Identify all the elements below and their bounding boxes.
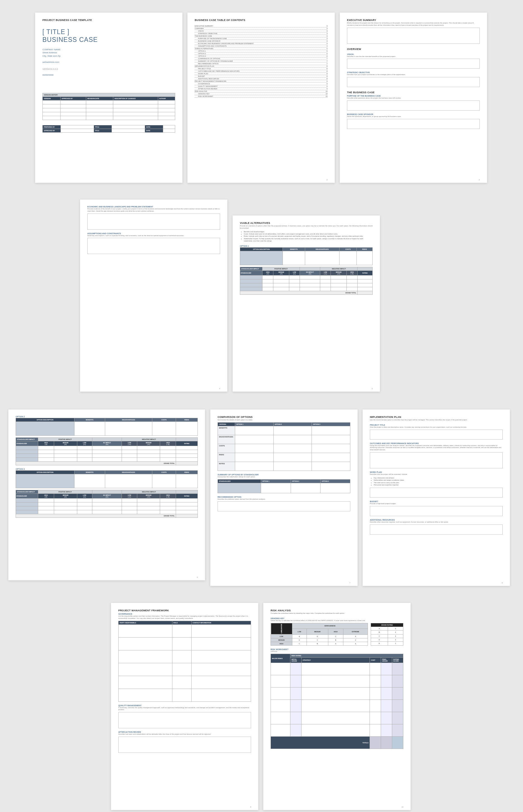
toc-header: BUSINESS CASE TABLE OF CONTENTS bbox=[195, 19, 327, 21]
table-row: PARTY RESPONSIBLEROLECONTACT INFORMATION bbox=[119, 621, 251, 624]
table-row: TOTALS bbox=[271, 737, 403, 749]
grading-desc: Utilize the key to calculate the combine… bbox=[271, 620, 403, 622]
landscape-desc: Provide evidence of the benefit of your … bbox=[87, 208, 220, 212]
list-item: Costs: Include total costs for all deliv… bbox=[244, 233, 373, 235]
budget-sub: BUDGET bbox=[370, 500, 503, 502]
exec-summary-header: EXECUTIVE SUMMARY bbox=[347, 19, 480, 21]
rating-table: GRADE RATING A5 B4 C3 D2 E1 bbox=[371, 623, 403, 646]
grading-key-table: LIKELIHOODSERIOUSNESS LOWMEDIUMHIGHEXTRE… bbox=[271, 623, 368, 646]
table-row bbox=[43, 116, 175, 120]
input-box[interactable] bbox=[218, 501, 350, 511]
pmf-header: PROJECT MANAGEMENT FRAMEWORK bbox=[118, 609, 251, 612]
table-row: MAJOR RISKSRISK RATING bbox=[271, 654, 403, 658]
input-box[interactable] bbox=[347, 28, 480, 44]
table-row: INITIAL GRADESTRATEGYCOSTFINAL GRADERATI… bbox=[271, 658, 403, 663]
worksheet-sub: RISK WORKSHEET bbox=[271, 649, 403, 650]
viable-header: VIABLE ALTERNATIVES bbox=[240, 222, 373, 225]
list-item: Stakeholder Impact: To help quantify the… bbox=[244, 237, 373, 242]
list-item: Key milestones and phases bbox=[374, 477, 503, 479]
assumptions-desc: Detail key assumptions, such as expected… bbox=[87, 235, 220, 237]
summary-desc: Incorporate the stakeholder ratings for … bbox=[218, 476, 350, 478]
exec-summary-desc: Briefly introduce the project and the re… bbox=[347, 22, 480, 27]
table-row bbox=[271, 712, 403, 724]
page-9: PROJECT MANAGEMENT FRAMEWORK GOVERNANCE … bbox=[111, 603, 258, 810]
page-number: 3 bbox=[479, 179, 480, 181]
table-row bbox=[119, 689, 251, 702]
input-box[interactable] bbox=[347, 77, 480, 87]
viable-desc: Provide an overview of options other tha… bbox=[240, 225, 373, 229]
page-number: 4 bbox=[219, 388, 220, 389]
table-row bbox=[119, 650, 251, 663]
input-box[interactable] bbox=[347, 101, 480, 110]
gov-desc: List the responsible parties and their c… bbox=[118, 615, 251, 620]
comparison-header: COMPARISON OF OPTIONS bbox=[218, 416, 350, 419]
page-number: 7 bbox=[349, 582, 350, 584]
vh-cols: VERSIONAPPROVED BYREVISION DATEDESCRIPTI… bbox=[43, 96, 175, 100]
table-row bbox=[271, 688, 403, 700]
page-number: 6 bbox=[197, 577, 198, 578]
doc-header: PROJECT BUSINESS CASE TEMPLATE bbox=[42, 19, 175, 21]
assumptions-sub: ASSUMPTIONS AND CONSTRAINTS bbox=[87, 232, 220, 234]
input-box[interactable] bbox=[370, 525, 503, 534]
input-box[interactable] bbox=[370, 429, 503, 440]
version-history-table: VERSION HISTORY VERSIONAPPROVED BYREVISI… bbox=[42, 93, 175, 120]
table-row: HIGHCBAA bbox=[271, 642, 368, 646]
page-8: IMPLEMENTATION PLAN Use the recommended … bbox=[363, 409, 510, 586]
input-box[interactable] bbox=[370, 506, 503, 516]
impl-header: IMPLEMENTATION PLAN bbox=[370, 416, 503, 419]
option3-table: OPTION DESCRIPTIONBENEFITSDISADVANTAGESC… bbox=[16, 470, 198, 518]
workplan-desc: Describe how the project will be execute… bbox=[370, 473, 503, 476]
table-row bbox=[119, 637, 251, 650]
comparison-desc: Summarize the details of each option in … bbox=[218, 419, 350, 421]
aar-desc: Describe how team and stakeholders will … bbox=[118, 733, 251, 736]
page-2: BUSINESS CASE TABLE OF CONTENTS EXECUTIV… bbox=[187, 13, 335, 183]
option2-sub: OPTION 2 bbox=[16, 416, 198, 418]
sponsor-desc: Name the individual, department, or grou… bbox=[347, 116, 480, 118]
purpose-desc: Describe what questions about the projec… bbox=[347, 97, 480, 99]
landscape-sub: ECONOMIC AND BUSINESS LANDSCAPE AND PROB… bbox=[87, 206, 220, 208]
input-box[interactable] bbox=[118, 737, 251, 753]
input-box[interactable] bbox=[370, 452, 503, 469]
page-number: 8 bbox=[502, 582, 503, 584]
input-box[interactable] bbox=[87, 238, 220, 254]
table-row bbox=[43, 108, 175, 112]
input-box[interactable] bbox=[118, 712, 251, 728]
page-number: 2 bbox=[327, 179, 327, 181]
vh-header: VERSION HISTORY bbox=[43, 93, 175, 96]
table-row: CRITERIAOPTION 1OPTION 2OPTION 3 bbox=[218, 422, 350, 426]
page-number: 10 bbox=[401, 806, 403, 808]
workplan-sub: WORK PLAN bbox=[370, 471, 503, 473]
table-row: LIKELIHOODSERIOUSNESS bbox=[271, 623, 368, 629]
table-row bbox=[271, 663, 403, 675]
input-box[interactable] bbox=[347, 119, 480, 129]
table-row bbox=[218, 483, 350, 493]
table-row: C3 bbox=[371, 634, 403, 638]
input-box[interactable] bbox=[347, 59, 480, 69]
table-row: APPROVED BYTITLEDATE bbox=[43, 129, 175, 132]
input-box[interactable] bbox=[370, 488, 503, 498]
table-row: NOTES bbox=[218, 462, 350, 471]
table-row bbox=[271, 675, 403, 688]
page-6: OPTION 2 OPTION DESCRIPTIONBENEFITSDISAD… bbox=[8, 409, 205, 580]
option3-sub: OPTION 3 bbox=[16, 468, 198, 470]
input-box[interactable] bbox=[87, 214, 220, 230]
table-row bbox=[271, 700, 403, 712]
table-row: MEDIUMDCBA bbox=[271, 638, 368, 642]
page-number: 5 bbox=[372, 388, 373, 389]
viable-bullets: Benefits and disadvantages Costs: Includ… bbox=[240, 231, 373, 242]
addres-sub: ADDITIONAL RESOURCES bbox=[370, 519, 503, 521]
page-10: RISK ANALYSIS Complete the worksheet bel… bbox=[263, 603, 411, 810]
comparison-table: CRITERIAOPTION 1OPTION 2OPTION 3 BENEFIT… bbox=[218, 422, 350, 471]
quality-desc: If necessary, describe the quality manag… bbox=[118, 707, 251, 711]
list-item: The total cost to carry out the plan bbox=[374, 481, 503, 484]
risk-desc: Complete the worksheet below by detailin… bbox=[271, 613, 403, 615]
option1-table: OPTION DESCRIPTIONBENEFITSDISADVANTAGESC… bbox=[240, 247, 373, 295]
prepared-by-table: PREPARED BYTITLEDATE APPROVED BYTITLEDAT… bbox=[42, 125, 175, 133]
governance-table: PARTY RESPONSIBLEROLECONTACT INFORMATION bbox=[118, 621, 251, 702]
gov-sub: GOVERNANCE bbox=[118, 613, 251, 615]
company-name: COMPANY NAME bbox=[42, 48, 175, 51]
grading-sub: GRADING KEY bbox=[271, 617, 403, 619]
strategic-desc: Describe how your project contributes to… bbox=[347, 74, 480, 76]
table-row bbox=[43, 112, 175, 116]
projtitle-desc: Give the project a clear and descriptive… bbox=[370, 426, 503, 428]
